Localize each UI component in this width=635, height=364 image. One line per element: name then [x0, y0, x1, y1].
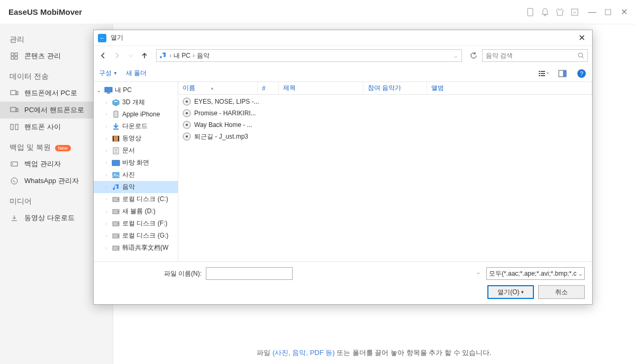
tree-item[interactable]: ›바탕 화면: [94, 157, 178, 169]
tree-caret-icon[interactable]: ›: [103, 136, 110, 141]
svg-rect-5: [11, 57, 14, 59]
new-folder-button[interactable]: 새 폴더: [126, 69, 147, 78]
svg-rect-13: [11, 162, 17, 166]
svg-point-15: [11, 178, 17, 184]
dialog-footer: 파일 이름(N): ⌵ 모두(*.aac;*.ape;*.avi;*.bmp;*…: [94, 261, 592, 304]
column-title[interactable]: 제목: [279, 82, 364, 94]
maximize-button[interactable]: [603, 7, 613, 17]
search-input[interactable]: [486, 52, 578, 59]
address-dropdown[interactable]: ⌵: [454, 53, 457, 59]
file-name: 퇴근길 - J_ust.mp3: [194, 132, 248, 141]
bell-icon[interactable]: [541, 8, 549, 16]
backup-icon: [10, 159, 19, 169]
address-bar[interactable]: › 내 PC › 음악 ⌵: [156, 49, 462, 62]
tree-caret-icon[interactable]: ›: [103, 233, 110, 239]
nav-recent-button[interactable]: [125, 50, 136, 61]
file-filter-select[interactable]: 모두(*.aac;*.ape;*.avi;*.bmp;*.c⌵: [486, 267, 585, 280]
column-artist[interactable]: 참여 음악가: [364, 82, 427, 94]
tree-caret-icon[interactable]: ›: [103, 124, 110, 129]
file-name: Promise - HARIKIRI...: [194, 110, 256, 117]
column-num[interactable]: #: [258, 82, 279, 94]
new-badge: New: [55, 145, 71, 151]
help-button[interactable]: ?: [576, 68, 587, 79]
tree-item-label: 로컬 디스크 (G:): [122, 231, 168, 240]
filename-dropdown[interactable]: ⌵: [477, 269, 480, 275]
tree-item[interactable]: ›새 볼륨 (D:): [94, 205, 178, 217]
tree-item[interactable]: ›동영상: [94, 132, 178, 144]
dialog-app-icon: ←: [98, 34, 106, 42]
sidebar-item-label: 콘텐츠 관리: [24, 51, 61, 61]
svg-rect-27: [114, 111, 118, 117]
tree-item[interactable]: ›韩语共享文档(W: [94, 242, 178, 254]
svg-rect-12: [15, 124, 18, 130]
svg-rect-10: [16, 108, 18, 112]
dialog-nav: › 내 PC › 음악 ⌵: [94, 46, 592, 65]
tree-item[interactable]: ›문서: [94, 144, 178, 157]
grid-icon: [10, 51, 19, 61]
whatsapp-icon: [10, 176, 19, 186]
tree-caret-icon[interactable]: ›: [103, 112, 110, 117]
tree-caret-icon[interactable]: ›: [103, 245, 110, 251]
tree-item[interactable]: ›사진: [94, 169, 178, 181]
tree-item[interactable]: ›로컬 디스크 (F:): [94, 217, 178, 230]
audio-file-icon: [183, 121, 191, 129]
tree-item[interactable]: ›로컬 디스크 (G:): [94, 230, 178, 242]
svg-point-53: [186, 124, 188, 126]
breadcrumb-root[interactable]: 내 PC: [174, 51, 190, 60]
shirt-icon[interactable]: [556, 8, 564, 16]
sidebar-item-label: 핸드폰에서 PC로: [24, 88, 77, 98]
tree-caret-icon[interactable]: ›: [103, 221, 110, 226]
file-row[interactable]: 퇴근길 - J_ust.mp3: [178, 131, 592, 142]
tree-item-label: 로컬 디스크 (C:): [122, 195, 168, 204]
tree-caret-icon[interactable]: ›: [103, 197, 110, 202]
phone-icon[interactable]: [526, 8, 534, 16]
tree-item[interactable]: ›Apple iPhone: [94, 108, 178, 120]
phone-to-pc-icon: [10, 88, 19, 98]
tree-caret-icon[interactable]: ›: [103, 160, 110, 166]
view-options-button[interactable]: [538, 68, 549, 79]
tree-caret-icon[interactable]: ›: [103, 185, 110, 190]
tree-item[interactable]: ⌄내 PC: [94, 84, 178, 96]
tree-caret-icon[interactable]: ⌄: [96, 88, 102, 93]
phone-icon: [112, 110, 120, 119]
preview-pane-button[interactable]: [557, 68, 568, 79]
svg-rect-26: [107, 93, 110, 94]
file-row[interactable]: Way Back Home - ...: [178, 119, 592, 131]
tree-item[interactable]: ›3D 개체: [94, 96, 178, 108]
tree-caret-icon[interactable]: ›: [103, 209, 110, 214]
nav-forward-button[interactable]: [112, 50, 122, 61]
tree-item[interactable]: ›다운로드: [94, 120, 178, 132]
column-name[interactable]: 이름▴: [178, 82, 258, 94]
svg-rect-9: [11, 107, 16, 112]
file-row[interactable]: EYES, NOSE, LIPS -...: [178, 96, 592, 107]
close-button[interactable]: ✕: [619, 7, 629, 17]
dialog-close-button[interactable]: ✕: [575, 32, 588, 44]
nav-up-button[interactable]: [139, 50, 150, 61]
dropdown-icon[interactable]: [570, 8, 579, 16]
svg-rect-24: [563, 70, 566, 77]
tree-caret-icon[interactable]: ›: [103, 172, 110, 178]
organize-button[interactable]: 구성 ▼: [99, 69, 117, 78]
refresh-button[interactable]: [468, 50, 479, 61]
nav-back-button[interactable]: [98, 50, 108, 61]
drive-icon: [112, 195, 120, 204]
svg-point-55: [186, 135, 188, 138]
tree-caret-icon[interactable]: ›: [103, 100, 110, 105]
file-row[interactable]: Promise - HARIKIRI...: [178, 107, 592, 119]
tree-item-label: 3D 개체: [122, 98, 145, 107]
titlebar: EaseUS MobiMover — ✕: [0, 0, 635, 24]
tree-caret-icon[interactable]: ›: [103, 148, 110, 153]
cancel-button[interactable]: 취소: [538, 285, 585, 299]
open-button[interactable]: 열기(O) ▾: [487, 285, 534, 299]
filename-input[interactable]: [206, 267, 293, 280]
folder-tree[interactable]: ⌄내 PC›3D 개체›Apple iPhone›다운로드›동영상›문서›바탕 …: [94, 82, 178, 261]
svg-rect-21: [539, 75, 540, 76]
column-album[interactable]: 앨범: [427, 82, 592, 94]
drive-icon: [112, 220, 120, 228]
tree-item[interactable]: ›로컬 디스크 (C:): [94, 193, 178, 205]
breadcrumb-current[interactable]: 음악: [197, 51, 210, 60]
search-box[interactable]: [482, 49, 588, 62]
monitor-icon: [104, 86, 113, 95]
minimize-button[interactable]: —: [587, 7, 597, 17]
tree-item[interactable]: ›음악: [94, 181, 178, 193]
